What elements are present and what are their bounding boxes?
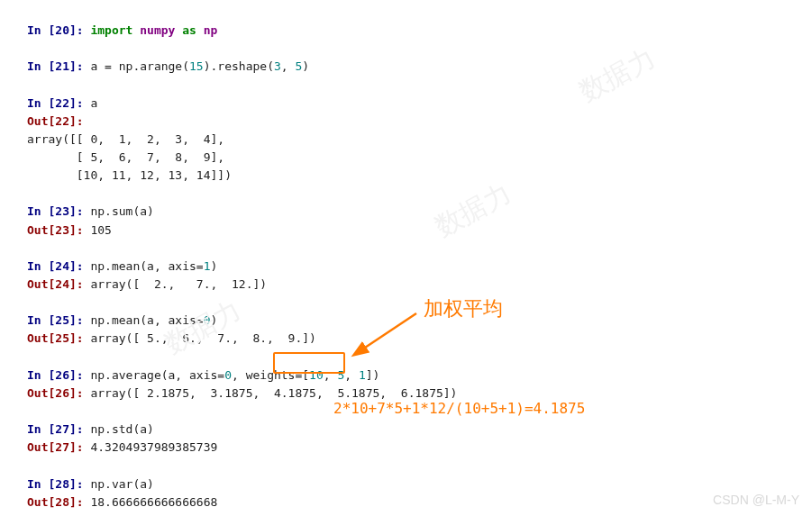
alias-np: np xyxy=(204,23,218,37)
space xyxy=(196,23,204,37)
code-22: a xyxy=(90,96,97,110)
out22-line2: [ 5, 6, 7, 8, 9], xyxy=(27,150,224,164)
code-21a: a = np.arange( xyxy=(90,59,189,73)
code-27: np.std(a) xyxy=(90,422,153,436)
code-28: np.var(a) xyxy=(90,477,153,491)
kw-import: import xyxy=(90,23,132,37)
out-prompt-28: Out[28]: xyxy=(27,495,90,509)
num-26-0: 0 xyxy=(224,368,232,382)
code-26e: ]) xyxy=(366,368,380,382)
code-24a: np.mean(a, axis= xyxy=(90,259,203,273)
kw-as: as xyxy=(182,23,196,37)
in-prompt-26: In [26]: xyxy=(27,368,90,382)
code-21d: ) xyxy=(302,59,309,73)
out-prompt-23: Out[23]: xyxy=(27,223,90,237)
num-axis0: 0 xyxy=(204,313,211,327)
num-15: 15 xyxy=(189,59,204,73)
out-prompt-24: Out[24]: xyxy=(27,277,90,291)
out27-val: 4.3204937989385739 xyxy=(90,440,217,454)
out-prompt-26: Out[26]: xyxy=(27,386,90,400)
code-24b: ) xyxy=(211,259,218,273)
code-26c: , xyxy=(324,368,338,382)
in-prompt-20: In [20]: xyxy=(27,23,90,37)
code-23: np.sum(a) xyxy=(90,204,153,218)
code-26b: , weights=[ xyxy=(232,368,309,382)
in-prompt-27: In [27]: xyxy=(27,422,90,436)
num-3: 3 xyxy=(274,59,281,73)
code-26a: np.average(a, axis= xyxy=(90,368,224,382)
module-numpy: numpy xyxy=(140,23,175,37)
code-25a: np.mean(a, axis= xyxy=(90,313,203,327)
num-26-3: 1 xyxy=(359,368,366,382)
out26-val: array([ 2.1875, 3.1875, 4.1875, 5.1875, … xyxy=(90,386,457,400)
in-prompt-21: In [21]: xyxy=(27,59,90,73)
code-25b: ) xyxy=(211,313,218,327)
out22-line3: [10, 11, 12, 13, 14]]) xyxy=(27,168,232,182)
ipython-code-block: In [20]: import numpy as np In [21]: a =… xyxy=(0,0,812,516)
code-21c: , xyxy=(281,59,296,73)
in-prompt-23: In [23]: xyxy=(27,204,90,218)
num-axis1: 1 xyxy=(204,259,211,273)
in-prompt-28: In [28]: xyxy=(27,477,90,491)
out28-val: 18.666666666666668 xyxy=(90,495,217,509)
in-prompt-24: In [24]: xyxy=(27,259,90,273)
in-prompt-22: In [22]: xyxy=(27,96,90,110)
out25-val: array([ 5., 6., 7., 8., 9.]) xyxy=(90,331,315,345)
out23-val: 105 xyxy=(90,223,111,237)
in-prompt-25: In [25]: xyxy=(27,313,90,327)
out22-line1: array([[ 0, 1, 2, 3, 4], xyxy=(27,132,224,146)
code-21b: ).reshape( xyxy=(204,59,274,73)
out-prompt-25: Out[25]: xyxy=(27,331,90,345)
out24-val: array([ 2., 7., 12.]) xyxy=(90,277,267,291)
code-26d: , xyxy=(344,368,359,382)
out-prompt-27: Out[27]: xyxy=(27,440,90,454)
out-prompt-22: Out[22]: xyxy=(27,114,84,128)
num-26-1: 10 xyxy=(309,368,324,382)
